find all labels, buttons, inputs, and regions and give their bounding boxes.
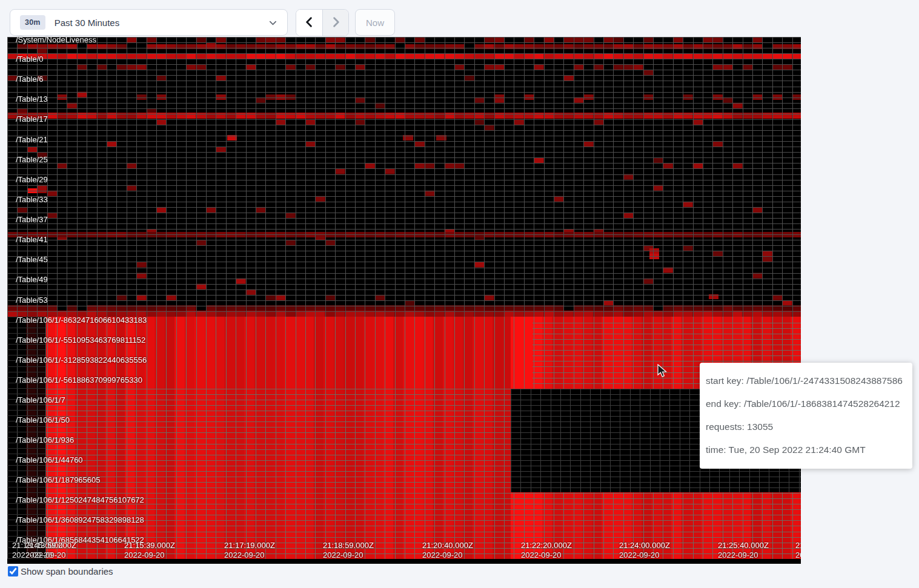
tooltip-start-key: start key: /Table/106/1/-247433150824388… — [706, 369, 906, 392]
toolbar: 30m Past 30 Minutes Now — [0, 0, 919, 36]
chevron-down-icon — [268, 18, 277, 27]
tooltip-requests: requests: 13055 — [706, 415, 906, 438]
now-button[interactable]: Now — [355, 9, 395, 36]
time-back-button[interactable] — [296, 10, 322, 36]
tooltip-end-key: end key: /Table/106/1/-18683814745282642… — [706, 392, 906, 415]
chevron-left-icon — [304, 16, 315, 30]
time-window-badge: 30m — [20, 15, 45, 30]
footer: Show span boundaries — [0, 564, 919, 576]
show-span-boundaries-label[interactable]: Show span boundaries — [21, 566, 113, 576]
range-tooltip: start key: /Table/106/1/-247433150824388… — [700, 363, 912, 469]
chevron-right-icon — [330, 16, 342, 30]
time-forward-button[interactable] — [322, 10, 348, 36]
tooltip-time: time: Tue, 20 Sep 2022 21:24:40 GMT — [706, 438, 906, 461]
show-span-boundaries-checkbox[interactable] — [8, 566, 18, 576]
time-window-select[interactable]: 30m Past 30 Minutes — [10, 9, 288, 36]
key-visualizer: /System/NodeLiveness/Table/0/Table/6/Tab… — [7, 37, 801, 564]
time-nav-group — [296, 9, 349, 36]
keyspace-heatmap-canvas[interactable] — [7, 37, 801, 564]
time-window-label: Past 30 Minutes — [55, 18, 268, 28]
